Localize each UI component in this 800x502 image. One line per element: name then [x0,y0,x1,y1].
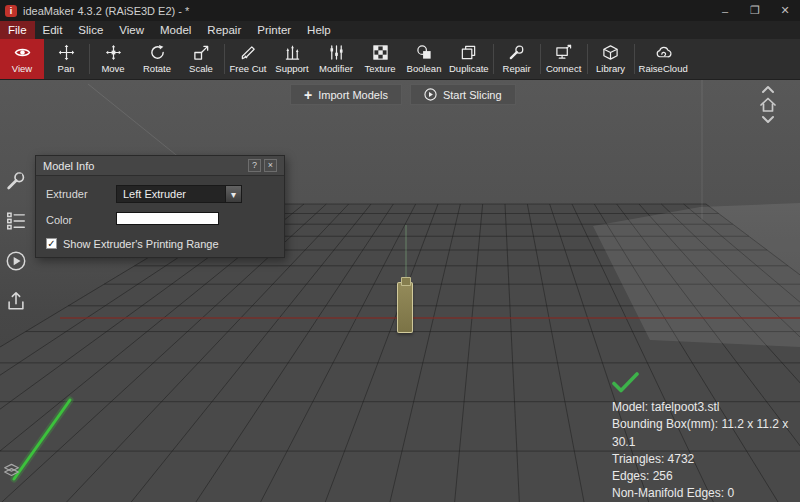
tool-label: RaiseCloud [639,63,688,74]
connect-icon [555,44,572,61]
chevron-down-icon[interactable] [760,115,776,125]
menubar: File Edit Slice View Model Repair Printe… [0,21,800,39]
tool-label: Library [596,63,625,74]
app-window: i ideaMaker 4.3.2 (RAiSE3D E2) - * – ❐ ✕… [0,0,800,502]
toolbar-separator [587,44,588,74]
wrench-icon [5,170,27,192]
stat-edges: Edges: 256 [612,468,800,485]
raisecloud-icon [655,44,672,61]
layers-icon [3,461,20,478]
tool-label: Modifier [319,63,353,74]
stat-bounding-box: Bounding Box(mm): 11.2 x 11.2 x 30.1 [612,416,800,451]
menu-model[interactable]: Model [152,21,199,39]
tool-scale[interactable]: Scale [179,39,223,79]
maximize-button[interactable]: ❐ [740,0,770,21]
toolbar-separator [540,44,541,74]
duplicate-icon [460,44,477,61]
library-icon [602,44,619,61]
tool-label: Move [101,63,124,74]
tool-label: Texture [364,63,395,74]
import-models-button[interactable]: + Import Models [290,84,402,105]
tool-label: Free Cut [230,63,267,74]
view-nav-controls [758,84,778,125]
close-panel-button[interactable]: × [264,159,277,172]
menu-repair[interactable]: Repair [199,21,249,39]
window-title: ideaMaker 4.3.2 (RAiSE3D E2) - * [23,5,189,17]
start-slicing-label: Start Slicing [443,89,502,101]
menu-printer[interactable]: Printer [249,21,299,39]
menu-slice[interactable]: Slice [70,21,111,39]
menu-help[interactable]: Help [299,21,339,39]
play-circle-icon [424,88,437,101]
menu-edit[interactable]: Edit [35,21,71,39]
y-axis-line [14,400,70,479]
tool-connect[interactable]: Connect [542,39,586,79]
tool-boolean[interactable]: Boolean [402,39,446,79]
tool-move[interactable]: Move [91,39,135,79]
support-icon [284,44,301,61]
tool-label: Rotate [143,63,171,74]
preview-play-button[interactable] [3,248,29,274]
tool-free-cut[interactable]: Free Cut [226,39,270,79]
extruder-dropdown-value: Left Extruder [117,188,186,200]
model-list-button[interactable] [3,208,29,234]
viewport-action-bar: + Import Models Start Slicing [290,84,516,105]
tool-label: Duplicate [449,63,489,74]
model-info-buttons: ? × [248,159,277,172]
chevron-down-icon[interactable] [225,186,241,202]
tool-label: Connect [546,63,581,74]
app-icon: i [5,5,17,17]
repair-icon [508,44,525,61]
tool-label: Repair [503,63,531,74]
menu-file[interactable]: File [0,21,35,39]
home-icon[interactable] [758,96,778,113]
close-button[interactable]: ✕ [770,0,800,21]
tool-raisecloud[interactable]: RaiseCloud [636,39,691,79]
model-object-tafelpoot3[interactable] [397,282,413,333]
stat-model: Model: tafelpoot3.stl [612,399,800,416]
extruder-range-shade [593,203,800,347]
main-toolbar: View Pan Move Rotate [0,39,800,80]
export-icon [5,290,27,312]
toolbar-separator [89,44,90,74]
show-range-checkbox[interactable] [46,238,57,249]
start-slicing-button[interactable]: Start Slicing [410,84,516,105]
play-icon [5,250,27,272]
tool-library[interactable]: Library [589,39,633,79]
texture-icon [372,44,389,61]
tool-texture[interactable]: Texture [358,39,402,79]
model-info-titlebar[interactable]: Model Info ? × [36,156,284,176]
minimize-button[interactable]: – [710,0,740,21]
tool-support[interactable]: Support [270,39,314,79]
export-button[interactable] [3,288,29,314]
chevron-up-icon[interactable] [760,84,776,94]
color-swatch[interactable] [116,212,219,225]
menu-view[interactable]: View [111,21,152,39]
tool-modifier[interactable]: Modifier [314,39,358,79]
help-button[interactable]: ? [248,159,261,172]
plus-icon: + [304,88,312,102]
tool-pan[interactable]: Pan [44,39,88,79]
tool-label: Scale [189,63,213,74]
color-label: Color [46,214,72,226]
layer-view-button[interactable] [3,461,20,482]
import-models-label: Import Models [318,89,388,101]
left-sidebar [3,168,29,314]
tool-label: Boolean [407,63,442,74]
scale-icon [193,44,210,61]
tool-view[interactable]: View [0,39,44,79]
tool-label: View [12,63,32,74]
tool-rotate[interactable]: Rotate [135,39,179,79]
toolbar-separator [493,44,494,74]
tool-label: Pan [58,63,75,74]
extruder-dropdown[interactable]: Left Extruder [116,185,242,203]
settings-button[interactable] [3,168,29,194]
pan-icon [58,44,75,61]
eye-icon [14,44,31,61]
model-info-title: Model Info [43,160,94,172]
title-bar[interactable]: i ideaMaker 4.3.2 (RAiSE3D E2) - * – ❐ ✕ [0,0,800,21]
tool-repair[interactable]: Repair [495,39,539,79]
viewport-3d[interactable]: + Import Models Start Slicing [0,80,800,502]
extruder-label: Extruder [46,188,88,200]
tool-duplicate[interactable]: Duplicate [446,39,492,79]
